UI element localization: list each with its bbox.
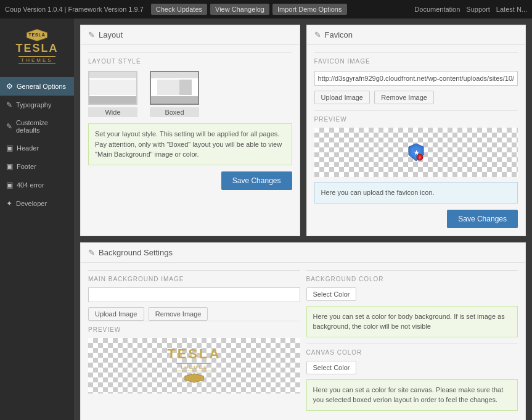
logo-text: TESLA (15, 42, 58, 55)
wide-label: Wide (88, 107, 137, 117)
bg-panel-body: MAIN BACKGROUND IMAGE Upload Image Remov… (81, 263, 525, 421)
sidebar-item-customize[interactable]: ✎ Customize defaults (0, 114, 74, 139)
canvas-select-color-button[interactable]: Select Color (306, 361, 357, 374)
svg-marker-7 (185, 374, 203, 382)
top-bar: Coup Version 1.0.4 | Framework Version 1… (0, 0, 532, 19)
bg-image-input[interactable] (88, 287, 300, 302)
sidebar: TESLA TESLA THEMES ⚙ General Options ✎ T… (0, 19, 74, 420)
favicon-buttons: Upload Image Remove Image (314, 91, 518, 104)
layout-section-label: LAYOUT STYLE (88, 52, 292, 65)
docs-link[interactable]: Documentation (414, 6, 460, 13)
bg-remove-button[interactable]: Remove Image (149, 307, 208, 321)
preview-hexagon-icon (182, 371, 207, 385)
layout-option-wide[interactable]: Wide (88, 71, 137, 117)
favicon-shield-icon: ★ (406, 142, 426, 162)
favicon-panel: ✎ Favicon FAVICON IMAGE Upload Image Rem… (306, 25, 526, 236)
layout-panel-title: ✎ Layout (81, 25, 300, 45)
import-demo-button[interactable]: Import Demo Options (272, 4, 347, 15)
sidebar-item-label: Typography (16, 101, 51, 109)
favicon-save-button[interactable]: Save Changes (447, 210, 518, 228)
sidebar-item-label: General Options (17, 83, 66, 90)
background-panel: ✎ Background Settings MAIN BACKGROUND IM… (80, 242, 526, 421)
support-link[interactable]: Support (466, 6, 490, 13)
bg-image-label: MAIN BACKGROUND IMAGE (88, 270, 300, 282)
bg-panel-title: ✎ Background Settings (81, 243, 525, 263)
sidebar-item-developer[interactable]: ✦ Developer (0, 194, 74, 213)
latest-link[interactable]: Latest N... (496, 6, 527, 13)
wide-bottom-bar (89, 96, 136, 104)
svg-text:TESLA: TESLA (28, 33, 45, 37)
bg-preview-label: PREVIEW (88, 321, 300, 333)
layout-panel-body: LAYOUT STYLE Wide (81, 45, 300, 197)
favicon-edit-icon: ✎ (314, 30, 321, 39)
bg-edit-icon: ✎ (88, 248, 95, 257)
app-layout: TESLA TESLA THEMES ⚙ General Options ✎ T… (0, 19, 532, 420)
favicon-remove-button[interactable]: Remove Image (374, 91, 434, 104)
layout-options: Wide Boxed (88, 71, 292, 117)
developer-icon: ✦ (6, 199, 12, 208)
favicon-section-label: FAVICON IMAGE (314, 52, 518, 65)
boxed-label: Boxed (150, 107, 199, 117)
top-bar-right: Documentation Support Latest N... (414, 6, 527, 13)
layout-info: Set your layout style. This setting will… (88, 123, 292, 165)
edit-icon: ✎ (88, 30, 95, 39)
wide-preview (88, 71, 137, 105)
error-icon: ▣ (6, 181, 13, 189)
bg-image-buttons: Upload Image Remove Image (88, 307, 300, 321)
bg-select-color-button[interactable]: Select Color (306, 287, 357, 301)
logo-hexagon-icon: TESLA (25, 28, 49, 42)
bg-color-info: Here you can set a color for body backgr… (306, 306, 518, 337)
sidebar-nav: ⚙ General Options ✎ Typography ✎ Customi… (0, 77, 74, 213)
bg-right-section: BACKGROUND COLOR Select Color Here you c… (306, 270, 518, 417)
favicon-preview-area: ★ (314, 128, 518, 177)
preview-logo-sub: THEMES (176, 363, 211, 371)
layout-save-button[interactable]: Save Changes (221, 171, 292, 190)
boxed-preview (150, 71, 199, 105)
footer-icon: ▣ (6, 162, 13, 171)
boxed-top-bar (151, 72, 198, 78)
favicon-panel-title: ✎ Favicon (307, 25, 526, 45)
version-text: Coup Version 1.0.4 | Framework Version 1… (5, 6, 144, 13)
favicon-info: Here you can upload the favicon icon. (314, 182, 518, 204)
sidebar-item-label: Footer (17, 163, 36, 170)
favicon-upload-button[interactable]: Upload Image (314, 91, 370, 104)
view-changelog-button[interactable]: View Changelog (210, 4, 269, 15)
sidebar-item-label: 404 error (17, 181, 44, 189)
favicon-clearfix: Save Changes (314, 210, 518, 228)
layout-panel: ✎ Layout LAYOUT STYLE Wide (80, 25, 300, 236)
canvas-color-info: Here you can set a color for site canvas… (306, 379, 518, 411)
bg-title-text: Background Settings (99, 248, 173, 257)
check-updates-button[interactable]: Check Updates (151, 4, 207, 15)
sidebar-item-label: Developer (16, 200, 47, 207)
canvas-color-label: CANVAS COLOR (306, 344, 518, 356)
wide-content (89, 80, 136, 95)
boxed-bottom-bar (151, 96, 198, 104)
main-content: ✎ Layout LAYOUT STYLE Wide (74, 19, 532, 420)
sidebar-item-general[interactable]: ⚙ General Options (0, 77, 74, 96)
layout-option-boxed[interactable]: Boxed (150, 71, 199, 117)
clearfix: Save Changes (88, 171, 292, 190)
sidebar-item-label: Customize defaults (16, 119, 68, 134)
top-panels-row: ✎ Layout LAYOUT STYLE Wide (80, 25, 526, 236)
favicon-url-input[interactable] (314, 71, 518, 86)
sidebar-logo: TESLA TESLA THEMES (12, 25, 62, 68)
customize-icon: ✎ (6, 122, 12, 131)
favicon-panel-body: FAVICON IMAGE Upload Image Remove Image … (307, 45, 526, 236)
bg-preview-area: TESLA THEMES (88, 338, 300, 393)
preview-logo-text: TESLA (167, 346, 221, 362)
sidebar-item-404[interactable]: ▣ 404 error (0, 176, 74, 194)
layout-title-text: Layout (99, 30, 123, 39)
sidebar-item-label: Header (17, 144, 39, 152)
boxed-sidebar (179, 80, 192, 95)
sidebar-item-footer[interactable]: ▣ Footer (0, 157, 74, 176)
bg-upload-button[interactable]: Upload Image (88, 307, 144, 321)
bg-color-label: BACKGROUND COLOR (306, 270, 518, 282)
gear-icon: ⚙ (6, 82, 13, 91)
sidebar-item-header[interactable]: ▣ Header (0, 139, 74, 157)
sidebar-item-typography[interactable]: ✎ Typography (0, 96, 74, 114)
logo-sub: THEMES (18, 56, 55, 64)
favicon-preview-label: PREVIEW (314, 110, 518, 123)
header-icon: ▣ (6, 144, 13, 152)
bg-left-section: MAIN BACKGROUND IMAGE Upload Image Remov… (88, 270, 300, 417)
favicon-title-text: Favicon (325, 30, 353, 39)
